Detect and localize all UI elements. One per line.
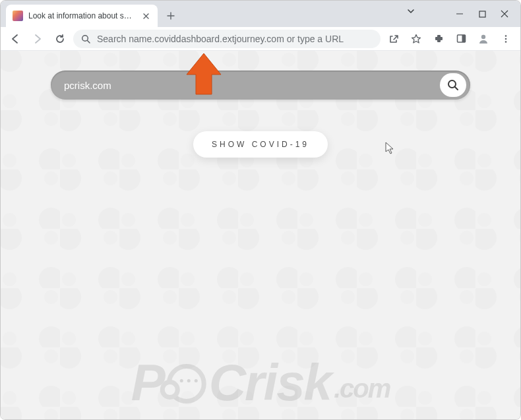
address-bar-text: Search name.coviddashboard.extjourney.co… [97, 34, 373, 44]
search-input-value: pcrisk.com [64, 80, 440, 91]
address-bar[interactable]: Search name.coviddashboard.extjourney.co… [73, 30, 381, 48]
show-covid-label: SHOW COVID-19 [212, 140, 309, 149]
tab-search-button[interactable] [407, 7, 415, 15]
browser-titlebar: Look at information about spread [1, 1, 520, 27]
favicon-icon [13, 11, 23, 21]
page-content: pcrisk.com SHOW COVID-19 P C risk .com [1, 51, 520, 419]
menu-button[interactable] [497, 30, 515, 48]
svg-point-5 [505, 35, 507, 37]
browser-toolbar: Search name.coviddashboard.extjourney.co… [1, 27, 520, 51]
browser-tab[interactable]: Look at information about spread [6, 5, 158, 27]
svg-point-7 [505, 41, 507, 43]
watermark-c: C [209, 353, 245, 413]
extensions-button[interactable] [429, 30, 448, 48]
svg-point-4 [481, 34, 485, 38]
watermark-logo: P C risk .com [131, 353, 390, 413]
search-icon [81, 34, 90, 44]
mouse-cursor-icon [385, 142, 396, 155]
bookmark-button[interactable] [407, 30, 425, 48]
watermark-risk: risk [245, 353, 331, 413]
back-button[interactable] [6, 30, 24, 48]
profile-button[interactable] [474, 30, 493, 48]
new-tab-button[interactable] [162, 7, 180, 25]
svg-rect-0 [479, 11, 485, 17]
watermark-com: .com [334, 374, 390, 404]
annotation-arrow-icon [184, 51, 224, 97]
watermark-logo-icon [160, 363, 206, 404]
forward-button[interactable] [28, 30, 47, 48]
reload-button[interactable] [51, 30, 69, 48]
maximize-button[interactable] [477, 9, 487, 19]
share-button[interactable] [384, 30, 403, 48]
window-controls [454, 1, 516, 27]
close-tab-button[interactable] [140, 11, 151, 21]
watermark-p: P [131, 353, 164, 413]
tab-title: Look at information about spread [28, 11, 135, 20]
svg-rect-3 [462, 35, 465, 42]
svg-point-6 [505, 38, 507, 40]
search-submit-button[interactable] [440, 73, 466, 97]
window-close-button[interactable] [499, 9, 510, 19]
show-covid-button[interactable]: SHOW COVID-19 [193, 131, 328, 158]
page-search-bar[interactable]: pcrisk.com [51, 71, 470, 100]
minimize-button[interactable] [454, 9, 465, 19]
sidepanel-button[interactable] [452, 30, 470, 48]
